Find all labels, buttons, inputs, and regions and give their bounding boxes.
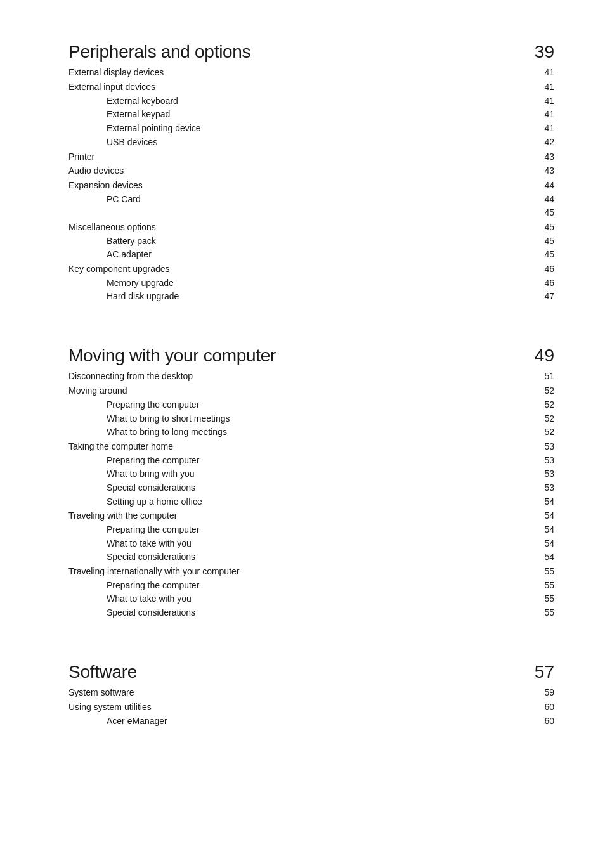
- toc-entry-row: Miscellaneous options45: [68, 220, 554, 235]
- toc-entry-row: External keypad41: [68, 108, 554, 122]
- toc-entry-page: 43: [544, 164, 554, 178]
- toc-level2-text: What to bring to short meetings: [68, 412, 544, 426]
- toc-entry-row: What to bring to short meetings52: [68, 412, 554, 426]
- toc-entry-row: What to take with you54: [68, 537, 554, 551]
- toc-level1-text: Expansion devices: [68, 179, 544, 193]
- toc-entry-row: Special considerations54: [68, 550, 554, 564]
- toc-level2-text: What to take with you: [68, 537, 544, 551]
- toc-level2-text: Setting up a home office: [68, 495, 544, 509]
- toc-entry-page: 55: [544, 565, 554, 579]
- toc-entry-row: External pointing device41: [68, 122, 554, 136]
- toc-entry-page: 54: [544, 495, 554, 509]
- toc-entry-page: 55: [544, 592, 554, 606]
- toc-level2-text: What to take with you: [68, 592, 544, 606]
- section-title-row: Software57: [68, 658, 554, 685]
- toc-entry-page: 45: [544, 248, 554, 262]
- toc-entry-page: 52: [544, 398, 554, 412]
- toc-section: Software57System software59Using system …: [68, 658, 554, 728]
- toc-entry-page: 41: [544, 94, 554, 108]
- toc-level1-text: Key component upgrades: [68, 262, 544, 276]
- toc-level2-text: USB devices: [68, 136, 544, 150]
- toc-level2-text: What to bring to long meetings: [68, 425, 544, 439]
- toc-level2-text: External pointing device: [68, 122, 544, 136]
- toc-entry-row: 45: [68, 206, 554, 220]
- toc-entry-row: Special considerations55: [68, 606, 554, 620]
- toc-level1-text: External display devices: [68, 66, 544, 80]
- toc-entry-page: 53: [544, 454, 554, 468]
- toc-entry-page: 44: [544, 193, 554, 207]
- section-title: Moving with your computer: [68, 342, 535, 369]
- toc-level2-text: Preparing the computer: [68, 523, 544, 537]
- toc-level2-text: Preparing the computer: [68, 398, 544, 412]
- toc-level1-text: Moving around: [68, 384, 544, 398]
- section-title: Software: [68, 658, 535, 685]
- section-title-row: Peripherals and options39: [68, 38, 554, 65]
- section-page: 49: [535, 342, 554, 369]
- toc-entry-page: 54: [544, 550, 554, 564]
- toc-entry-page: 47: [544, 290, 554, 304]
- toc-entry-page: 51: [544, 370, 554, 384]
- toc-level2-text: External keypad: [68, 108, 544, 122]
- toc-level1-text: Disconnecting from the desktop: [68, 370, 544, 384]
- toc-section: Moving with your computer49Disconnecting…: [68, 342, 554, 620]
- toc-entry-row: Using system utilities60: [68, 700, 554, 715]
- toc-level1-text: Traveling internationally with your comp…: [68, 565, 544, 579]
- toc-level2-text: AC adapter: [68, 248, 544, 262]
- toc-entry-page: 45: [544, 221, 554, 235]
- toc-entry-row: Printer43: [68, 150, 554, 164]
- toc-level1-text: External input devices: [68, 81, 544, 94]
- toc-entry-page: 54: [544, 537, 554, 551]
- toc-entry-row: Traveling internationally with your comp…: [68, 564, 554, 579]
- toc-entry-row: Battery pack45: [68, 235, 554, 249]
- toc-level1-text: Miscellaneous options: [68, 221, 544, 235]
- toc-entry-page: 44: [544, 179, 554, 193]
- toc-container: Peripherals and options39External displa…: [68, 38, 554, 728]
- toc-entry-row: External keyboard41: [68, 94, 554, 108]
- toc-section: Peripherals and options39External displa…: [68, 38, 554, 304]
- toc-entry-row: Moving around52: [68, 384, 554, 398]
- toc-entry-page: 45: [544, 206, 554, 220]
- toc-level2-text: PC Card: [68, 193, 544, 207]
- toc-entry-row: System software59: [68, 685, 554, 700]
- section-page: 39: [535, 38, 554, 65]
- toc-level1-text: Audio devices: [68, 164, 544, 178]
- toc-entry-row: Setting up a home office54: [68, 495, 554, 509]
- toc-entry-row: Key component upgrades46: [68, 262, 554, 276]
- toc-level2-text: What to bring with you: [68, 467, 544, 481]
- section-title: Peripherals and options: [68, 38, 535, 65]
- toc-entry-page: 52: [544, 384, 554, 398]
- toc-entry-row: What to bring with you53: [68, 467, 554, 481]
- toc-level1-text: System software: [68, 686, 544, 700]
- toc-entry-row: External input devices41: [68, 80, 554, 94]
- toc-entry-page: 52: [544, 412, 554, 426]
- section-page: 57: [535, 658, 554, 685]
- toc-entry-page: 54: [544, 523, 554, 537]
- section-title-row: Moving with your computer49: [68, 342, 554, 369]
- toc-level1-text: Printer: [68, 150, 544, 164]
- toc-level2-text: Preparing the computer: [68, 454, 544, 468]
- toc-entry-row: What to take with you55: [68, 592, 554, 606]
- toc-entry-row: Preparing the computer55: [68, 579, 554, 593]
- toc-entry-page: 43: [544, 150, 554, 164]
- toc-entry-page: 60: [544, 715, 554, 729]
- toc-level2-text: Acer eManager: [68, 715, 544, 729]
- toc-entry-row: External display devices41: [68, 65, 554, 80]
- toc-entry-page: 41: [544, 66, 554, 80]
- toc-entry-row: Special considerations53: [68, 481, 554, 495]
- toc-level2-text: Special considerations: [68, 606, 544, 620]
- toc-level2-text: Special considerations: [68, 550, 544, 564]
- toc-level2-text: Special considerations: [68, 481, 544, 495]
- toc-entry-row: What to bring to long meetings52: [68, 425, 554, 439]
- toc-entry-page: 41: [544, 81, 554, 94]
- toc-entry-row: Preparing the computer52: [68, 398, 554, 412]
- toc-level2-text: Preparing the computer: [68, 579, 544, 593]
- toc-entry-row: AC adapter45: [68, 248, 554, 262]
- toc-entry-page: 41: [544, 108, 554, 122]
- toc-entry-row: Preparing the computer54: [68, 523, 554, 537]
- toc-entry-row: Audio devices43: [68, 164, 554, 178]
- toc-entry-row: Memory upgrade46: [68, 276, 554, 290]
- toc-level2-text: Hard disk upgrade: [68, 290, 544, 304]
- toc-level2-text: External keyboard: [68, 94, 544, 108]
- toc-entry-row: Taking the computer home53: [68, 439, 554, 454]
- toc-entry-row: Expansion devices44: [68, 178, 554, 193]
